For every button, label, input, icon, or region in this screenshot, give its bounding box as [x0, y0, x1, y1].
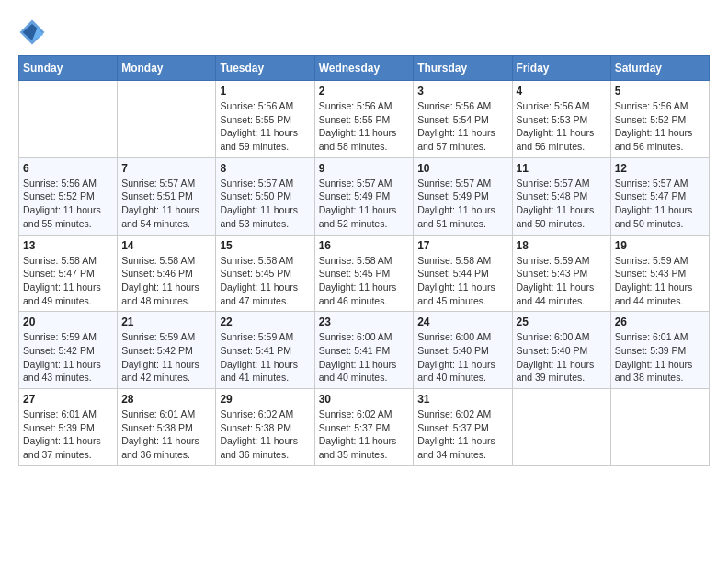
calendar-cell: 29 Sunrise: 6:02 AM Sunset: 5:38 PM Dayl…	[216, 389, 314, 466]
daylight-text: Daylight: 11 hours and 41 minutes.	[220, 359, 298, 384]
calendar-cell	[118, 81, 216, 158]
sunrise-text: Sunrise: 6:00 AM	[517, 331, 590, 342]
calendar-cell: 27 Sunrise: 6:01 AM Sunset: 5:39 PM Dayl…	[19, 389, 118, 466]
sunset-text: Sunset: 5:43 PM	[517, 268, 588, 279]
sunrise-text: Sunrise: 5:59 AM	[23, 331, 97, 342]
sunset-text: Sunset: 5:49 PM	[319, 190, 391, 201]
daylight-text: Daylight: 11 hours and 53 minutes.	[220, 204, 298, 229]
day-number: 22	[220, 316, 310, 328]
day-number: 23	[319, 316, 410, 328]
calendar-cell: 3 Sunrise: 5:56 AM Sunset: 5:54 PM Dayli…	[414, 81, 512, 158]
day-number: 28	[121, 393, 211, 406]
sunrise-text: Sunrise: 5:58 AM	[417, 255, 491, 266]
calendar-cell: 19 Sunrise: 5:59 AM Sunset: 5:43 PM Dayl…	[610, 235, 709, 312]
calendar-cell: 15 Sunrise: 5:58 AM Sunset: 5:45 PM Dayl…	[216, 235, 314, 312]
calendar-week-row: 6 Sunrise: 5:56 AM Sunset: 5:52 PM Dayli…	[19, 157, 710, 235]
sunset-text: Sunset: 5:41 PM	[319, 345, 391, 356]
daylight-text: Daylight: 11 hours and 40 minutes.	[319, 359, 397, 384]
sunrise-text: Sunrise: 5:56 AM	[319, 100, 392, 111]
calendar-cell: 13 Sunrise: 5:58 AM Sunset: 5:47 PM Dayl…	[19, 235, 118, 312]
sunset-text: Sunset: 5:50 PM	[220, 190, 291, 201]
day-info: Sunrise: 5:56 AM Sunset: 5:55 PM Dayligh…	[220, 99, 310, 154]
weekday-header: Thursday	[414, 56, 512, 81]
sunset-text: Sunset: 5:38 PM	[220, 422, 291, 433]
sunset-text: Sunset: 5:43 PM	[615, 268, 687, 279]
daylight-text: Daylight: 11 hours and 47 minutes.	[220, 282, 298, 306]
daylight-text: Daylight: 11 hours and 46 minutes.	[319, 282, 397, 306]
day-info: Sunrise: 5:58 AM Sunset: 5:47 PM Dayligh…	[23, 254, 113, 308]
day-number: 8	[220, 162, 310, 175]
calendar-cell: 7 Sunrise: 5:57 AM Sunset: 5:51 PM Dayli…	[118, 157, 216, 235]
sunset-text: Sunset: 5:41 PM	[220, 345, 291, 356]
day-number: 9	[319, 162, 410, 175]
daylight-text: Daylight: 11 hours and 45 minutes.	[417, 282, 495, 306]
day-number: 10	[417, 162, 507, 175]
daylight-text: Daylight: 11 hours and 56 minutes.	[517, 127, 595, 152]
daylight-text: Daylight: 11 hours and 34 minutes.	[417, 435, 495, 460]
calendar-cell: 17 Sunrise: 5:58 AM Sunset: 5:44 PM Dayl…	[414, 235, 512, 312]
calendar-cell: 24 Sunrise: 6:00 AM Sunset: 5:40 PM Dayl…	[414, 312, 512, 389]
sunrise-text: Sunrise: 6:02 AM	[220, 408, 293, 419]
calendar-cell: 1 Sunrise: 5:56 AM Sunset: 5:55 PM Dayli…	[216, 81, 314, 158]
day-number: 29	[220, 393, 310, 406]
sunset-text: Sunset: 5:40 PM	[517, 345, 588, 356]
calendar-cell: 16 Sunrise: 5:58 AM Sunset: 5:45 PM Dayl…	[314, 235, 414, 312]
day-info: Sunrise: 5:57 AM Sunset: 5:49 PM Dayligh…	[417, 177, 507, 231]
daylight-text: Daylight: 11 hours and 40 minutes.	[417, 359, 495, 384]
day-number: 7	[121, 162, 211, 175]
day-number: 25	[517, 316, 607, 328]
calendar-cell: 2 Sunrise: 5:56 AM Sunset: 5:55 PM Dayli…	[314, 81, 414, 158]
weekday-header: Saturday	[610, 56, 709, 81]
logo-icon	[18, 18, 46, 46]
daylight-text: Daylight: 11 hours and 44 minutes.	[517, 282, 595, 306]
sunset-text: Sunset: 5:40 PM	[417, 345, 489, 356]
day-number: 18	[517, 239, 607, 252]
sunrise-text: Sunrise: 6:00 AM	[417, 331, 491, 342]
daylight-text: Daylight: 11 hours and 38 minutes.	[615, 359, 693, 384]
day-info: Sunrise: 6:00 AM Sunset: 5:40 PM Dayligh…	[417, 330, 507, 385]
calendar-cell: 10 Sunrise: 5:57 AM Sunset: 5:49 PM Dayl…	[414, 157, 512, 235]
day-info: Sunrise: 5:57 AM Sunset: 5:47 PM Dayligh…	[615, 177, 705, 231]
sunset-text: Sunset: 5:45 PM	[220, 268, 291, 279]
calendar-cell: 28 Sunrise: 6:01 AM Sunset: 5:38 PM Dayl…	[118, 389, 216, 466]
sunset-text: Sunset: 5:42 PM	[23, 345, 95, 356]
day-number: 24	[417, 316, 507, 328]
sunset-text: Sunset: 5:47 PM	[23, 268, 95, 279]
calendar-cell: 25 Sunrise: 6:00 AM Sunset: 5:40 PM Dayl…	[512, 312, 610, 389]
daylight-text: Daylight: 11 hours and 55 minutes.	[23, 204, 101, 229]
sunset-text: Sunset: 5:46 PM	[121, 268, 193, 279]
sunrise-text: Sunrise: 6:00 AM	[319, 331, 392, 342]
day-info: Sunrise: 6:02 AM Sunset: 5:37 PM Dayligh…	[319, 408, 410, 462]
calendar-cell: 22 Sunrise: 5:59 AM Sunset: 5:41 PM Dayl…	[216, 312, 314, 389]
daylight-text: Daylight: 11 hours and 52 minutes.	[319, 204, 397, 229]
day-info: Sunrise: 5:58 AM Sunset: 5:44 PM Dayligh…	[417, 254, 507, 308]
daylight-text: Daylight: 11 hours and 56 minutes.	[615, 127, 693, 152]
calendar-week-row: 1 Sunrise: 5:56 AM Sunset: 5:55 PM Dayli…	[19, 81, 710, 158]
sunset-text: Sunset: 5:38 PM	[121, 422, 193, 433]
daylight-text: Daylight: 11 hours and 50 minutes.	[517, 204, 595, 229]
sunrise-text: Sunrise: 5:58 AM	[23, 255, 97, 266]
day-info: Sunrise: 5:58 AM Sunset: 5:46 PM Dayligh…	[121, 254, 211, 308]
daylight-text: Daylight: 11 hours and 36 minutes.	[220, 435, 298, 460]
sunrise-text: Sunrise: 5:59 AM	[121, 331, 195, 342]
calendar-cell	[610, 389, 709, 466]
sunset-text: Sunset: 5:42 PM	[121, 345, 193, 356]
daylight-text: Daylight: 11 hours and 49 minutes.	[23, 282, 101, 306]
calendar-cell: 26 Sunrise: 6:01 AM Sunset: 5:39 PM Dayl…	[610, 312, 709, 389]
daylight-text: Daylight: 11 hours and 35 minutes.	[319, 435, 397, 460]
day-info: Sunrise: 6:02 AM Sunset: 5:37 PM Dayligh…	[417, 408, 507, 462]
weekday-header: Monday	[118, 56, 216, 81]
sunset-text: Sunset: 5:39 PM	[23, 422, 95, 433]
day-number: 31	[417, 393, 507, 406]
sunrise-text: Sunrise: 5:58 AM	[319, 255, 392, 266]
day-info: Sunrise: 5:59 AM Sunset: 5:43 PM Dayligh…	[517, 254, 607, 308]
day-info: Sunrise: 6:02 AM Sunset: 5:38 PM Dayligh…	[220, 408, 310, 462]
day-info: Sunrise: 5:58 AM Sunset: 5:45 PM Dayligh…	[220, 254, 310, 308]
sunrise-text: Sunrise: 5:56 AM	[220, 100, 293, 111]
day-number: 21	[121, 316, 211, 328]
sunset-text: Sunset: 5:51 PM	[121, 190, 193, 201]
day-number: 19	[615, 239, 705, 252]
day-number: 27	[23, 393, 113, 406]
calendar-week-row: 27 Sunrise: 6:01 AM Sunset: 5:39 PM Dayl…	[19, 389, 710, 466]
daylight-text: Daylight: 11 hours and 50 minutes.	[615, 204, 693, 229]
